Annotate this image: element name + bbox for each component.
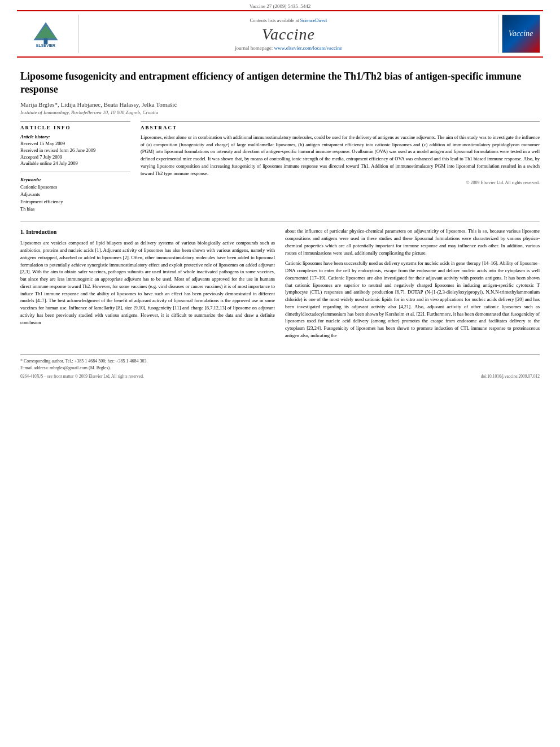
issn-text: 0264-410X/$ – see front matter © 2009 El… — [20, 374, 144, 379]
citation-bar: Vaccine 27 (2009) 5435–5442 — [0, 0, 560, 10]
corresponding-note: * Corresponding author. Tel.: +385 1 468… — [20, 358, 540, 365]
history-label: Article history: — [20, 134, 130, 139]
divider — [20, 172, 130, 172]
contents-text: Contents lists available at — [250, 18, 299, 23]
received-date: Received 15 May 2009 — [20, 141, 130, 147]
authors: Marija Brgles*, Lidija Habjanec, Beata H… — [20, 101, 540, 108]
keyword-1: Cationic liposomes — [20, 184, 130, 191]
sciencedirect-link[interactable]: ScienceDirect — [300, 18, 327, 23]
svg-text:ELSEVIER: ELSEVIER — [36, 43, 55, 47]
revised-date: Received in revised form 26 June 2009 — [20, 147, 130, 154]
article-history: Article history: Received 15 May 2009 Re… — [20, 134, 130, 168]
body-col-right: about the influence of particular physic… — [285, 228, 540, 342]
doi-text: doi:10.1016/j.vaccine.2009.07.012 — [481, 374, 540, 379]
journal-homepage: journal homepage: www.elsevier.com/locat… — [235, 45, 342, 51]
keyword-3: Entrapment efficiency — [20, 198, 130, 206]
email-note: E-mail address: mbrgles@gmail.com (M. Br… — [20, 365, 540, 372]
vaccine-logo-area: Vaccine — [498, 15, 543, 53]
abstract-column: Abstract Liposomes, either alone or in c… — [141, 121, 540, 216]
page-wrapper: Vaccine 27 (2009) 5435–5442 ELSEVIER Con… — [0, 0, 560, 747]
article-info-heading: Article Info — [20, 125, 130, 130]
intro-paragraph-3: Cationic liposomes have been successfull… — [285, 260, 540, 339]
page-footer: * Corresponding author. Tel.: +385 1 468… — [20, 354, 540, 379]
article-title: Liposome fusogenicity and entrapment eff… — [20, 70, 540, 97]
abstract-heading: Abstract — [141, 125, 540, 130]
contents-bar: Contents lists available at ScienceDirec… — [250, 18, 327, 23]
journal-title: Vaccine — [262, 25, 315, 43]
available-date: Available online 24 July 2009 — [20, 160, 130, 167]
article-info-abstract-section: Article Info Article history: Received 1… — [20, 121, 540, 216]
copyright-line: © 2009 Elsevier Ltd. All rights reserved… — [141, 180, 540, 185]
keyword-2: Adjuvants — [20, 191, 130, 198]
vaccine-logo-text: Vaccine — [509, 29, 533, 38]
elsevier-logo-icon: ELSEVIER — [26, 20, 65, 48]
body-content: 1. Introduction Liposomes are vesicles c… — [20, 228, 540, 342]
keywords-label: Keywords: — [20, 177, 130, 182]
svg-marker-2 — [35, 25, 56, 38]
introduction-heading: 1. Introduction — [20, 228, 275, 236]
accepted-date: Accepted 7 July 2009 — [20, 154, 130, 161]
abstract-text: Liposomes, either alone or in combinatio… — [141, 134, 540, 177]
section-divider — [20, 221, 540, 222]
main-content: Liposome fusogenicity and entrapment eff… — [0, 58, 560, 348]
affiliation: Institute of Immunology, Rockefellerova … — [20, 110, 540, 115]
keywords-group: Keywords: Cationic liposomes Adjuvants E… — [20, 177, 130, 212]
vaccine-logo-icon: Vaccine — [502, 15, 540, 53]
body-col-left: 1. Introduction Liposomes are vesicles c… — [20, 228, 275, 342]
citation-text: Vaccine 27 (2009) 5435–5442 — [250, 3, 311, 9]
homepage-url[interactable]: www.elsevier.com/locate/vaccine — [274, 45, 342, 51]
authors-text: Marija Brgles*, Lidija Habjanec, Beata H… — [20, 101, 177, 108]
journal-title-area: Contents lists available at ScienceDirec… — [79, 15, 498, 53]
keyword-4: Th bias — [20, 206, 130, 213]
homepage-label: journal homepage: — [235, 45, 273, 51]
journal-header: ELSEVIER Contents lists available at Sci… — [17, 10, 543, 58]
intro-paragraph-1: Liposomes are vesicles composed of lipid… — [20, 239, 275, 326]
footer-bottom: 0264-410X/$ – see front matter © 2009 El… — [20, 374, 540, 379]
article-info-column: Article Info Article history: Received 1… — [20, 121, 130, 216]
intro-paragraph-2: about the influence of particular physic… — [285, 228, 540, 256]
publisher-logo-area: ELSEVIER — [17, 15, 79, 53]
